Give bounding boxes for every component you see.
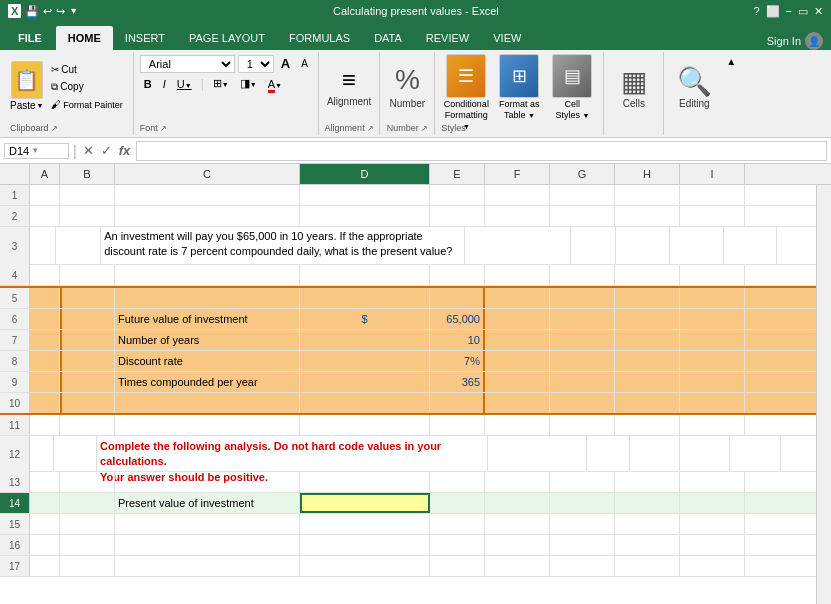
cell-d3[interactable] xyxy=(465,227,571,265)
cell-d6[interactable]: $ xyxy=(300,309,430,329)
cell-c2[interactable] xyxy=(115,206,300,226)
cell-c10[interactable] xyxy=(115,393,300,413)
italic-button[interactable]: I xyxy=(159,76,170,92)
cell-f14[interactable] xyxy=(485,493,550,513)
cell-i9[interactable] xyxy=(680,372,745,392)
underline-button[interactable]: U▼ xyxy=(173,76,196,92)
cell-c9[interactable]: Times compounded per year xyxy=(115,372,300,392)
cell-b8[interactable] xyxy=(60,351,115,371)
cell-i17[interactable] xyxy=(680,556,745,576)
cell-f5[interactable] xyxy=(485,288,550,308)
tab-review[interactable]: REVIEW xyxy=(414,26,481,50)
cell-b7[interactable] xyxy=(60,330,115,350)
cell-i8[interactable] xyxy=(680,351,745,371)
cell-e2[interactable] xyxy=(430,206,485,226)
col-header-h[interactable]: H xyxy=(615,164,680,184)
cell-g14[interactable] xyxy=(550,493,615,513)
cell-f13[interactable] xyxy=(485,472,550,492)
cell-f1[interactable] xyxy=(485,185,550,205)
cell-a15[interactable] xyxy=(30,514,60,534)
cell-c12[interactable]: Complete the following analysis. Do not … xyxy=(97,436,488,472)
cell-c5[interactable] xyxy=(115,288,300,308)
alignment-expand-icon[interactable]: ↗ xyxy=(367,124,374,133)
cell-b13[interactable] xyxy=(60,472,115,492)
cell-a8[interactable] xyxy=(30,351,60,371)
cell-g9[interactable] xyxy=(550,372,615,392)
cell-a6[interactable] xyxy=(30,309,60,329)
number-expand-icon[interactable]: ↗ xyxy=(421,124,428,133)
format-as-table-icon[interactable]: ⊞ xyxy=(499,54,539,98)
close-icon[interactable]: ✕ xyxy=(814,5,823,18)
cells-icon[interactable]: ▦ xyxy=(621,65,647,98)
save-icon[interactable]: 💾 xyxy=(25,5,39,18)
cell-h11[interactable] xyxy=(615,415,680,435)
cell-g10[interactable] xyxy=(550,393,615,413)
cell-e9[interactable]: 365 xyxy=(430,372,485,392)
undo-icon[interactable]: ↩ xyxy=(43,5,52,18)
cell-styles-icon[interactable]: ▤ xyxy=(552,54,592,98)
cell-f7[interactable] xyxy=(485,330,550,350)
cell-h7[interactable] xyxy=(615,330,680,350)
cell-d14[interactable] xyxy=(300,493,430,513)
col-header-d[interactable]: D xyxy=(300,164,430,184)
restore-icon[interactable]: ▭ xyxy=(798,5,808,18)
cell-a4[interactable] xyxy=(30,265,60,285)
cell-d10[interactable] xyxy=(300,393,430,413)
tab-data[interactable]: DATA xyxy=(362,26,414,50)
cut-button[interactable]: ✂ Cut xyxy=(47,62,127,77)
cell-h13[interactable] xyxy=(615,472,680,492)
cell-h15[interactable] xyxy=(615,514,680,534)
cell-i6[interactable] xyxy=(680,309,745,329)
cell-g4[interactable] xyxy=(550,265,615,285)
cell-h14[interactable] xyxy=(615,493,680,513)
cell-c13[interactable] xyxy=(115,472,300,492)
col-header-e[interactable]: E xyxy=(430,164,485,184)
paste-dropdown-icon[interactable]: ▼ xyxy=(37,102,44,109)
cell-d12[interactable] xyxy=(488,436,587,472)
cell-b3[interactable] xyxy=(56,227,102,265)
cell-i11[interactable] xyxy=(680,415,745,435)
col-header-a[interactable]: A xyxy=(30,164,60,184)
cell-g15[interactable] xyxy=(550,514,615,534)
cell-c15[interactable] xyxy=(115,514,300,534)
cell-h3[interactable] xyxy=(724,227,778,265)
tab-formulas[interactable]: FORMULAS xyxy=(277,26,362,50)
cell-h9[interactable] xyxy=(615,372,680,392)
font-expand-icon[interactable]: ↗ xyxy=(160,124,167,133)
cell-i15[interactable] xyxy=(680,514,745,534)
borders-button[interactable]: ⊞▼ xyxy=(209,75,233,92)
cell-h4[interactable] xyxy=(615,265,680,285)
cell-b9[interactable] xyxy=(60,372,115,392)
cell-d17[interactable] xyxy=(300,556,430,576)
cell-g13[interactable] xyxy=(550,472,615,492)
cell-f15[interactable] xyxy=(485,514,550,534)
cell-styles-button[interactable]: ▤ CellStyles ▼ xyxy=(547,54,597,131)
cell-f4[interactable] xyxy=(485,265,550,285)
name-box[interactable]: D14 ▼ xyxy=(4,143,69,159)
cell-f17[interactable] xyxy=(485,556,550,576)
redo-icon[interactable]: ↪ xyxy=(56,5,65,18)
cell-d7[interactable] xyxy=(300,330,430,350)
cell-f12[interactable] xyxy=(630,436,680,472)
cell-e4[interactable] xyxy=(430,265,485,285)
cell-a2[interactable] xyxy=(30,206,60,226)
cell-e12[interactable] xyxy=(587,436,630,472)
cell-g2[interactable] xyxy=(550,206,615,226)
cell-b11[interactable] xyxy=(60,415,115,435)
conditional-formatting-icon[interactable]: ☰ xyxy=(446,54,486,98)
decrease-font-icon[interactable]: A xyxy=(297,56,312,71)
cell-d4[interactable] xyxy=(300,265,430,285)
bold-button[interactable]: B xyxy=(140,76,156,92)
cell-h17[interactable] xyxy=(615,556,680,576)
tab-insert[interactable]: INSERT xyxy=(113,26,177,50)
conditional-formatting-button[interactable]: ☰ ConditionalFormatting ▼ xyxy=(441,54,491,131)
cell-h1[interactable] xyxy=(615,185,680,205)
font-size-selector[interactable]: 12 xyxy=(238,55,274,73)
increase-font-icon[interactable]: A xyxy=(277,54,294,73)
cell-d8[interactable] xyxy=(300,351,430,371)
cell-d15[interactable] xyxy=(300,514,430,534)
cell-c17[interactable] xyxy=(115,556,300,576)
cell-b10[interactable] xyxy=(60,393,115,413)
cell-g8[interactable] xyxy=(550,351,615,371)
cell-c1[interactable] xyxy=(115,185,300,205)
